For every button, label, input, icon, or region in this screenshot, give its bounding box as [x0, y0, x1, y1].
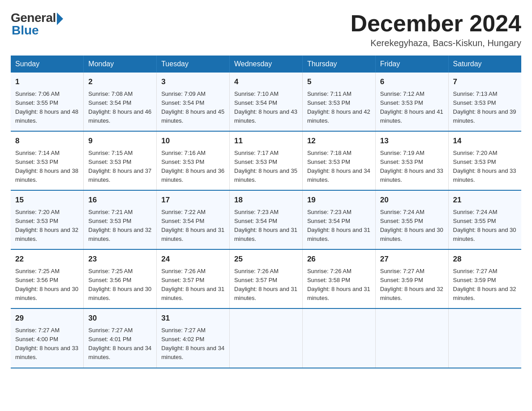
calendar-day-cell: 21 Sunrise: 7:24 AM Sunset: 3:55 PM Dayl…	[448, 190, 521, 249]
day-number: 20	[380, 194, 444, 206]
day-number: 18	[234, 194, 298, 206]
day-number: 26	[307, 253, 371, 265]
col-tuesday: Tuesday	[157, 56, 230, 73]
day-info: Sunrise: 7:27 AM Sunset: 3:59 PM Dayligh…	[453, 267, 517, 303]
day-number: 16	[88, 194, 152, 206]
calendar-day-cell: 29 Sunrise: 7:27 AM Sunset: 4:00 PM Dayl…	[11, 308, 84, 368]
day-info: Sunrise: 7:19 AM Sunset: 3:53 PM Dayligh…	[380, 149, 444, 185]
day-number: 27	[380, 253, 444, 265]
calendar-day-cell: 13 Sunrise: 7:19 AM Sunset: 3:53 PM Dayl…	[375, 131, 448, 190]
calendar-week-row: 1 Sunrise: 7:06 AM Sunset: 3:55 PM Dayli…	[11, 73, 521, 131]
day-number: 9	[88, 135, 152, 147]
day-info: Sunrise: 7:25 AM Sunset: 3:56 PM Dayligh…	[15, 267, 79, 303]
col-friday: Friday	[375, 56, 448, 73]
day-info: Sunrise: 7:06 AM Sunset: 3:55 PM Dayligh…	[15, 90, 79, 126]
day-number: 21	[453, 194, 517, 206]
calendar-day-cell: 7 Sunrise: 7:13 AM Sunset: 3:53 PM Dayli…	[448, 73, 521, 131]
calendar-day-cell: 17 Sunrise: 7:22 AM Sunset: 3:54 PM Dayl…	[157, 190, 230, 249]
calendar-day-cell: 9 Sunrise: 7:15 AM Sunset: 3:53 PM Dayli…	[84, 131, 157, 190]
logo-arrow-icon	[57, 13, 63, 25]
day-number: 3	[161, 76, 225, 88]
col-thursday: Thursday	[302, 56, 375, 73]
day-number: 15	[15, 194, 79, 206]
calendar-day-cell: 25 Sunrise: 7:26 AM Sunset: 3:57 PM Dayl…	[230, 249, 303, 308]
day-info: Sunrise: 7:27 AM Sunset: 4:00 PM Dayligh…	[15, 326, 79, 362]
calendar-day-cell: 19 Sunrise: 7:23 AM Sunset: 3:54 PM Dayl…	[302, 190, 375, 249]
day-number: 31	[161, 313, 225, 324]
day-number: 8	[15, 135, 79, 147]
day-number: 11	[234, 135, 298, 147]
calendar-day-cell: 12 Sunrise: 7:18 AM Sunset: 3:53 PM Dayl…	[302, 131, 375, 190]
day-number: 7	[453, 76, 517, 88]
calendar-day-cell: 11 Sunrise: 7:17 AM Sunset: 3:53 PM Dayl…	[230, 131, 303, 190]
day-number: 12	[307, 135, 371, 147]
day-number: 1	[15, 76, 79, 88]
day-info: Sunrise: 7:26 AM Sunset: 3:58 PM Dayligh…	[307, 267, 371, 303]
day-info: Sunrise: 7:18 AM Sunset: 3:53 PM Dayligh…	[307, 149, 371, 185]
day-number: 14	[453, 135, 517, 147]
calendar-week-row: 29 Sunrise: 7:27 AM Sunset: 4:00 PM Dayl…	[11, 308, 521, 368]
day-number: 17	[161, 194, 225, 206]
day-number: 23	[88, 253, 152, 265]
calendar-week-row: 22 Sunrise: 7:25 AM Sunset: 3:56 PM Dayl…	[11, 249, 521, 308]
day-number: 5	[307, 76, 371, 88]
day-number: 19	[307, 194, 371, 206]
calendar-day-cell	[230, 308, 303, 368]
col-sunday: Sunday	[11, 56, 84, 73]
calendar-day-cell	[302, 308, 375, 368]
calendar-day-cell	[448, 308, 521, 368]
calendar-day-cell: 24 Sunrise: 7:26 AM Sunset: 3:57 PM Dayl…	[157, 249, 230, 308]
day-number: 13	[380, 135, 444, 147]
day-info: Sunrise: 7:16 AM Sunset: 3:53 PM Dayligh…	[161, 149, 225, 185]
day-info: Sunrise: 7:26 AM Sunset: 3:57 PM Dayligh…	[234, 267, 298, 303]
day-info: Sunrise: 7:20 AM Sunset: 3:53 PM Dayligh…	[15, 208, 79, 244]
calendar-day-cell: 18 Sunrise: 7:23 AM Sunset: 3:54 PM Dayl…	[230, 190, 303, 249]
day-number: 29	[15, 313, 79, 324]
day-number: 22	[15, 253, 79, 265]
calendar-day-cell: 26 Sunrise: 7:26 AM Sunset: 3:58 PM Dayl…	[302, 249, 375, 308]
calendar-day-cell: 22 Sunrise: 7:25 AM Sunset: 3:56 PM Dayl…	[11, 249, 84, 308]
day-number: 28	[453, 253, 517, 265]
day-number: 4	[234, 76, 298, 88]
day-info: Sunrise: 7:08 AM Sunset: 3:54 PM Dayligh…	[88, 90, 152, 126]
day-info: Sunrise: 7:14 AM Sunset: 3:53 PM Dayligh…	[15, 149, 79, 185]
calendar-day-cell: 20 Sunrise: 7:24 AM Sunset: 3:55 PM Dayl…	[375, 190, 448, 249]
calendar-day-cell: 4 Sunrise: 7:10 AM Sunset: 3:54 PM Dayli…	[230, 73, 303, 131]
calendar-day-cell: 8 Sunrise: 7:14 AM Sunset: 3:53 PM Dayli…	[11, 131, 84, 190]
day-info: Sunrise: 7:09 AM Sunset: 3:54 PM Dayligh…	[161, 90, 225, 126]
calendar-day-cell: 27 Sunrise: 7:27 AM Sunset: 3:59 PM Dayl…	[375, 249, 448, 308]
day-info: Sunrise: 7:25 AM Sunset: 3:56 PM Dayligh…	[88, 267, 152, 303]
calendar-day-cell: 31 Sunrise: 7:27 AM Sunset: 4:02 PM Dayl…	[157, 308, 230, 368]
day-info: Sunrise: 7:15 AM Sunset: 3:53 PM Dayligh…	[88, 149, 152, 185]
day-number: 2	[88, 76, 152, 88]
logo: General Blue	[11, 11, 63, 38]
calendar-day-cell: 5 Sunrise: 7:11 AM Sunset: 3:53 PM Dayli…	[302, 73, 375, 131]
day-info: Sunrise: 7:26 AM Sunset: 3:57 PM Dayligh…	[161, 267, 225, 303]
day-info: Sunrise: 7:12 AM Sunset: 3:53 PM Dayligh…	[380, 90, 444, 126]
col-monday: Monday	[84, 56, 157, 73]
location-title: Kerekegyhaza, Bacs-Kiskun, Hungary	[350, 38, 521, 48]
calendar-day-cell: 16 Sunrise: 7:21 AM Sunset: 3:53 PM Dayl…	[84, 190, 157, 249]
day-number: 25	[234, 253, 298, 265]
day-info: Sunrise: 7:13 AM Sunset: 3:53 PM Dayligh…	[453, 90, 517, 126]
calendar-header-row: Sunday Monday Tuesday Wednesday Thursday…	[11, 56, 521, 73]
day-info: Sunrise: 7:27 AM Sunset: 3:59 PM Dayligh…	[380, 267, 444, 303]
col-saturday: Saturday	[448, 56, 521, 73]
day-info: Sunrise: 7:10 AM Sunset: 3:54 PM Dayligh…	[234, 90, 298, 126]
calendar-day-cell: 1 Sunrise: 7:06 AM Sunset: 3:55 PM Dayli…	[11, 73, 84, 131]
calendar-day-cell: 28 Sunrise: 7:27 AM Sunset: 3:59 PM Dayl…	[448, 249, 521, 308]
calendar-day-cell: 3 Sunrise: 7:09 AM Sunset: 3:54 PM Dayli…	[157, 73, 230, 131]
day-info: Sunrise: 7:24 AM Sunset: 3:55 PM Dayligh…	[380, 208, 444, 244]
day-info: Sunrise: 7:27 AM Sunset: 4:02 PM Dayligh…	[161, 326, 225, 362]
calendar-day-cell: 6 Sunrise: 7:12 AM Sunset: 3:53 PM Dayli…	[375, 73, 448, 131]
calendar-day-cell: 23 Sunrise: 7:25 AM Sunset: 3:56 PM Dayl…	[84, 249, 157, 308]
calendar-day-cell: 10 Sunrise: 7:16 AM Sunset: 3:53 PM Dayl…	[157, 131, 230, 190]
day-info: Sunrise: 7:27 AM Sunset: 4:01 PM Dayligh…	[88, 326, 152, 362]
calendar-day-cell: 15 Sunrise: 7:20 AM Sunset: 3:53 PM Dayl…	[11, 190, 84, 249]
logo-blue-text: Blue	[12, 23, 39, 38]
day-number: 24	[161, 253, 225, 265]
calendar-week-row: 15 Sunrise: 7:20 AM Sunset: 3:53 PM Dayl…	[11, 190, 521, 249]
day-info: Sunrise: 7:23 AM Sunset: 3:54 PM Dayligh…	[307, 208, 371, 244]
day-info: Sunrise: 7:24 AM Sunset: 3:55 PM Dayligh…	[453, 208, 517, 244]
day-number: 6	[380, 76, 444, 88]
